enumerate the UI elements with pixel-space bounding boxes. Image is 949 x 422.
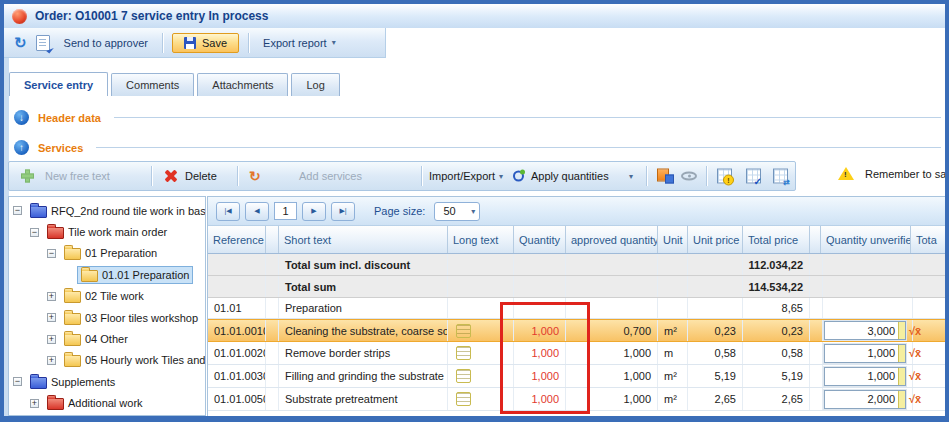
page-size-select[interactable]: 50 ▾ [434, 202, 480, 221]
quantity-unverified-input[interactable]: 1,000 [824, 367, 906, 386]
tree-node-05-hourly-work-tiles-and[interactable]: 05 Hourly work Tiles and [60, 351, 206, 369]
table-row-total-sum-incl-discount[interactable]: Total sum incl. discount112.034,22 [208, 254, 945, 276]
grid-warning-icon[interactable] [717, 169, 732, 184]
tree-item[interactable]: −01 Preparation [9, 243, 205, 264]
tree-node-rfq-2nd-round-tile-work-in-base[interactable]: RFQ_2nd round tile work in base [26, 202, 206, 220]
column-header-spacer2[interactable] [810, 226, 821, 253]
quantity-unverified-input[interactable]: 3,000 [824, 321, 906, 340]
tree-expander-icon[interactable]: − [13, 377, 22, 386]
long-text-note-icon[interactable] [456, 369, 471, 383]
edit-document-icon[interactable] [36, 35, 50, 51]
tab-comments[interactable]: Comments [111, 73, 194, 96]
paste-icon[interactable] [657, 169, 674, 184]
send-to-approver-button[interactable]: Send to approver [59, 34, 153, 52]
cell-reference: 01.01 [208, 298, 266, 318]
last-page-button[interactable]: ▶| [331, 202, 355, 221]
quantity-unverified-input[interactable]: 2,000 [824, 390, 906, 409]
first-page-button[interactable]: |◀ [216, 202, 240, 221]
tree-node-supplements[interactable]: Supplements [26, 373, 119, 391]
tab-log[interactable]: Log [291, 73, 339, 96]
tree-expander-icon[interactable]: − [47, 249, 56, 258]
quantity-unverified-value: 2,000 [825, 393, 898, 405]
table-row-01-01-0010[interactable]: 01.01.0010Cleaning the substrate, coarse… [208, 319, 945, 342]
tree-expander-icon[interactable]: − [13, 206, 22, 215]
tree-expander-icon[interactable]: + [47, 356, 56, 365]
tree-node-additional-work[interactable]: Additional work [43, 394, 147, 412]
tree-expander-icon[interactable]: + [30, 399, 39, 408]
new-free-text-button[interactable]: New free text [45, 170, 110, 182]
cell-long_text [448, 342, 514, 364]
apply-quantities-icon [513, 171, 524, 182]
cell-total_cut [913, 365, 945, 387]
refresh-icon[interactable]: ↻ [14, 35, 27, 50]
cell-short_text: Cleaning the substrate, coarse soiling [279, 320, 448, 341]
tree-node-02-tile-work[interactable]: 02 Tile work [60, 287, 148, 305]
cell-total_cut [913, 254, 945, 275]
delete-button[interactable]: Delete [185, 170, 217, 182]
table-row-01-01-0050[interactable]: 01.01.0050Substrate pretreatment1,0001,0… [208, 388, 945, 411]
tree-item[interactable]: +04 Other [9, 328, 205, 349]
page-number-input[interactable]: 1 [274, 202, 297, 220]
column-header-long_text[interactable]: Long text [448, 226, 514, 253]
tree-expander-icon[interactable]: + [47, 313, 56, 322]
column-header-quantity_unverified[interactable]: Quantity unverified [821, 226, 911, 253]
long-text-note-icon[interactable] [456, 346, 471, 360]
quantity-unverified-input[interactable]: 1,000 [824, 344, 906, 363]
tree-item[interactable]: +Additional work [9, 393, 205, 414]
column-header-unit_price[interactable]: Unit price [688, 226, 743, 253]
header-data-section[interactable]: ↓ Header data [14, 110, 941, 125]
column-header-short_text[interactable]: Short text [279, 226, 448, 253]
expand-down-icon[interactable]: ↓ [14, 110, 29, 125]
table-header-row: ReferenceShort textLong textQuantityappr… [208, 226, 945, 254]
tree-node-01-preparation[interactable]: 01 Preparation [60, 244, 161, 262]
tree-expander-icon[interactable]: − [30, 228, 39, 237]
tree-item[interactable]: −Tile work main order [9, 221, 205, 242]
tree-item[interactable]: +02 Tile work [9, 286, 205, 307]
export-report-button[interactable]: Export report ▾ [258, 34, 341, 52]
tree-node-03-floor-tiles-workshop[interactable]: 03 Floor tiles workshop [60, 309, 202, 327]
main-toolbar: ↻ Send to approver Save Export report ▾ [4, 28, 386, 58]
save-button[interactable]: Save [172, 33, 239, 53]
add-services-button[interactable]: Add services [299, 170, 362, 182]
table-row-total-sum[interactable]: Total sum114.534,22 [208, 276, 945, 298]
column-header-spacer1[interactable] [266, 226, 279, 253]
table-row-01-01-0030[interactable]: 01.01.0030Filling and grinding the subst… [208, 365, 945, 388]
tree-node-01-01-preparation[interactable]: 01.01 Preparation [77, 266, 193, 284]
column-header-total_cut[interactable]: Tota [911, 226, 945, 253]
collapse-up-icon[interactable]: ↑ [14, 140, 29, 155]
column-header-unit[interactable]: Unit [658, 226, 688, 253]
prev-page-button[interactable]: ◀ [245, 202, 269, 221]
tree-item[interactable]: +05 Hourly work Tiles and [9, 350, 205, 371]
tree-node-tile-work-main-order[interactable]: Tile work main order [43, 223, 171, 241]
table-row-01-01[interactable]: 01.01Preparation8,65 [208, 298, 945, 319]
tree-expander-icon[interactable]: + [47, 292, 56, 301]
table-row-01-01-0020[interactable]: 01.01.0020Remove border strips1,0001,000… [208, 342, 945, 365]
tab-attachments[interactable]: Attachments [197, 73, 288, 96]
tree-item[interactable]: −Supplements [9, 371, 205, 392]
long-text-note-icon[interactable] [456, 324, 471, 338]
column-header-total_price[interactable]: Total price [743, 226, 810, 253]
tab-service-entry[interactable]: Service entry [9, 72, 108, 96]
tree-item-label: 01.01 Preparation [102, 269, 189, 281]
column-header-quantity[interactable]: Quantity [514, 226, 566, 253]
tree-node-04-other[interactable]: 04 Other [60, 330, 132, 348]
apply-quantities-button[interactable]: Apply quantities [531, 170, 609, 182]
long-text-note-icon[interactable] [456, 392, 471, 406]
import-export-button[interactable]: Import/Export [429, 170, 495, 182]
cell-total_price: 114.534,22 [743, 276, 810, 297]
tree-item[interactable]: 01.01 Preparation [9, 264, 205, 285]
next-page-button[interactable]: ▶ [302, 202, 326, 221]
cell-quantity_unverified: 1,000√x̄ [823, 342, 913, 364]
cell-spacer1 [266, 276, 279, 297]
column-header-approved_quantity[interactable]: approved quantity [566, 226, 658, 253]
preview-eye-icon[interactable] [681, 172, 697, 181]
tree-item[interactable]: +03 Floor tiles workshop [9, 307, 205, 328]
column-header-reference[interactable]: Reference [208, 226, 266, 253]
toolbar-separator [706, 166, 707, 186]
tree-expander-icon[interactable]: + [47, 335, 56, 344]
toolbar-separator [151, 166, 152, 186]
grid-transfer-icon[interactable] [773, 169, 788, 184]
grid-check-icon[interactable] [746, 169, 761, 184]
tree-item[interactable]: −RFQ_2nd round tile work in base [9, 200, 205, 221]
services-section[interactable]: ↑ Services [14, 140, 941, 155]
